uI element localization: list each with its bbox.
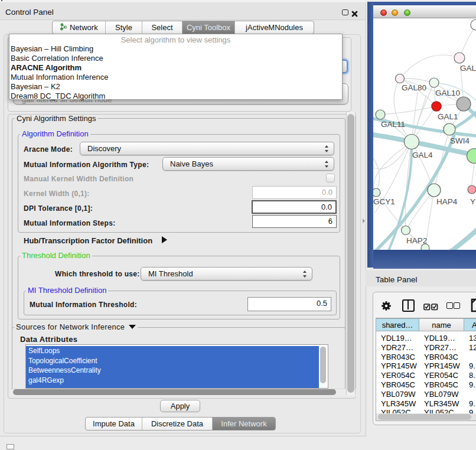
- svg-text:SWI4: SWI4: [450, 136, 470, 145]
- svg-text:HAP4: HAP4: [436, 197, 458, 206]
- svg-text:GAL4: GAL4: [412, 151, 433, 159]
- svg-text:GAL10: GAL10: [435, 89, 460, 97]
- svg-text:Y: Y: [470, 197, 475, 206]
- svg-text:GAL2: GAL2: [460, 64, 476, 73]
- svg-text:GAL1: GAL1: [438, 112, 458, 121]
- svg-text:GCY1: GCY1: [373, 197, 395, 206]
- svg-text:GAL80: GAL80: [402, 83, 426, 92]
- svg-text:HAP2: HAP2: [406, 236, 427, 245]
- svg-text:GAL11: GAL11: [381, 120, 405, 129]
